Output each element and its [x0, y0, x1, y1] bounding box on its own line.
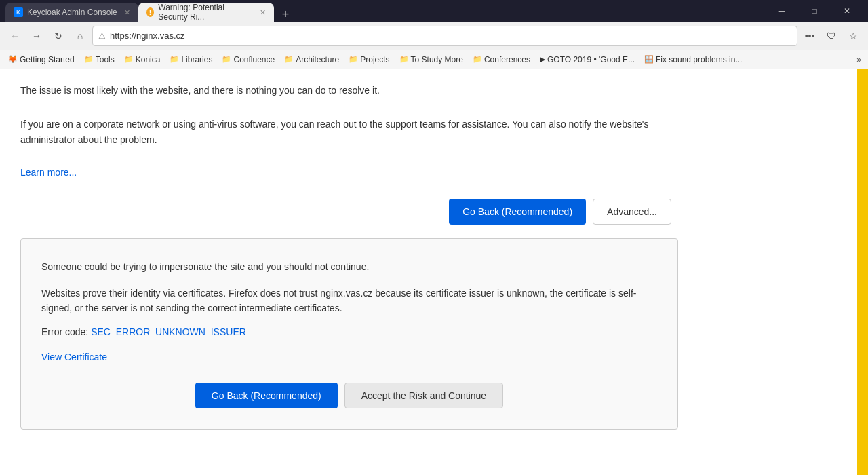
bookmark-architecture[interactable]: 📁 Architecture [280, 54, 343, 66]
folder-icon-6: 📁 [349, 55, 358, 64]
go-back-recommended-button[interactable]: Go Back (Recommended) [449, 199, 586, 225]
firefox-icon: 🦊 [8, 55, 18, 64]
view-certificate-link[interactable]: View Certificate [41, 352, 107, 362]
nav-extras: ••• 🛡 ☆ [800, 26, 863, 45]
keycloak-tab-icon: K [14, 7, 23, 17]
bookmark-confluence[interactable]: 📁 Confluence [218, 54, 279, 66]
bookmark-tools[interactable]: 📁 Tools [80, 54, 119, 66]
bookmark-konica[interactable]: 📁 Konica [120, 54, 165, 66]
folder-icon-7: 📁 [399, 55, 409, 64]
tab-warning[interactable]: ! Warning: Potential Security Ri... ✕ [138, 3, 274, 22]
address-bar[interactable]: ⚠ https://nginx.vas.cz [92, 26, 797, 46]
error-code-line: Error code: SEC_ERROR_UNKNOWN_ISSUER [41, 326, 657, 337]
bookmark-projects[interactable]: 📁 Projects [344, 54, 393, 66]
tabs-container: K Keycloak Admin Console ✕ ! Warning: Po… [5, 0, 766, 22]
page-content: The issue is most likely with the websit… [20, 83, 698, 430]
bookmark-conferences[interactable]: 📁 Conferences [469, 54, 534, 66]
warning-tab-icon: ! [146, 7, 155, 17]
folder-icon-3: 📁 [170, 55, 179, 64]
bookmark-study-more[interactable]: 📁 To Study More [395, 54, 467, 66]
refresh-button[interactable]: ↻ [49, 26, 68, 45]
folder-icon-5: 📁 [284, 55, 294, 64]
top-paragraph2: If you are on a corporate network or usi… [20, 117, 685, 147]
maximize-button[interactable]: □ [799, 0, 830, 22]
back-button[interactable]: ← [5, 26, 24, 45]
security-icon: ⚠ [98, 31, 106, 41]
folder-icon-8: 📁 [473, 55, 482, 64]
more-button[interactable]: ••• [800, 26, 819, 45]
tab-keycloak[interactable]: K Keycloak Admin Console ✕ [5, 3, 138, 22]
learn-more-link[interactable]: Learn more... [20, 167, 77, 178]
tab-warning-label: Warning: Potential Security Ri... [158, 3, 252, 22]
top-buttons: Go Back (Recommended) Advanced... [20, 199, 685, 225]
bookmarks-bar: 🦊 Getting Started 📁 Tools 📁 Konica 📁 Lib… [0, 50, 868, 69]
youtube-icon: ▶ [540, 55, 545, 64]
error-code-value[interactable]: SEC_ERROR_UNKNOWN_ISSUER [91, 326, 246, 337]
forward-button[interactable]: → [27, 26, 46, 45]
advanced-button[interactable]: Advanced... [593, 199, 671, 225]
bookmark-goto[interactable]: ▶ GOTO 2019 • 'Good E... [536, 54, 639, 66]
url-text: https://nginx.vas.cz [110, 31, 791, 41]
bookmark-fix-sound[interactable]: 🪟 Fix sound problems in... [640, 54, 746, 66]
advanced-panel: Someone could be trying to impersonate t… [20, 238, 678, 430]
bookmark-getting-started[interactable]: 🦊 Getting Started [4, 54, 79, 66]
yellow-accent-bar [857, 69, 868, 475]
folder-icon: 📁 [84, 55, 94, 64]
top-paragraph1: The issue is most likely with the websit… [20, 83, 685, 98]
accept-risk-button[interactable]: Accept the Risk and Continue [344, 383, 503, 408]
shield-button[interactable]: 🛡 [822, 26, 841, 45]
titlebar: K Keycloak Admin Console ✕ ! Warning: Po… [0, 0, 868, 22]
window-controls: ─ □ ✕ [766, 0, 863, 22]
close-button[interactable]: ✕ [831, 0, 863, 22]
windows-icon: 🪟 [644, 55, 654, 64]
advanced-text1: Someone could be trying to impersonate t… [41, 259, 657, 274]
bottom-buttons: Go Back (Recommended) Accept the Risk an… [41, 383, 657, 408]
home-button[interactable]: ⌂ [71, 26, 90, 45]
tab-warning-close[interactable]: ✕ [260, 8, 266, 17]
advanced-text2: Websites prove their identity via certif… [41, 286, 657, 316]
minimize-button[interactable]: ─ [766, 0, 797, 22]
bookmark-button[interactable]: ☆ [844, 26, 863, 45]
error-code-label: Error code: [41, 326, 88, 337]
bookmark-libraries[interactable]: 📁 Libraries [165, 54, 216, 66]
main-content: The issue is most likely with the websit… [0, 69, 868, 475]
folder-icon-4: 📁 [222, 55, 231, 64]
folder-icon-2: 📁 [124, 55, 134, 64]
go-back-bottom-button[interactable]: Go Back (Recommended) [195, 383, 338, 408]
bookmarks-more-button[interactable]: » [854, 54, 864, 66]
new-tab-button[interactable]: + [277, 7, 295, 22]
tab-keycloak-close[interactable]: ✕ [124, 8, 130, 17]
tab-keycloak-label: Keycloak Admin Console [27, 7, 117, 17]
navbar: ← → ↻ ⌂ ⚠ https://nginx.vas.cz ••• 🛡 ☆ [0, 22, 868, 50]
